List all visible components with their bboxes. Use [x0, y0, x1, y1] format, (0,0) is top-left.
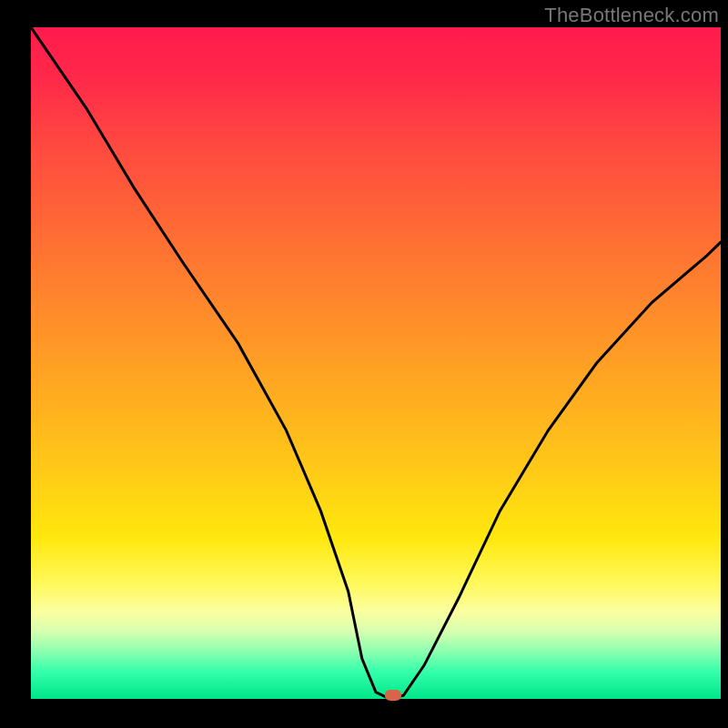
- chart-frame: TheBottleneck.com: [0, 0, 728, 728]
- curve-svg: [31, 27, 721, 699]
- bottleneck-curve-path: [31, 27, 721, 699]
- plot-area: [31, 27, 721, 699]
- optimal-point-marker: [385, 690, 401, 701]
- watermark-text: TheBottleneck.com: [544, 4, 719, 27]
